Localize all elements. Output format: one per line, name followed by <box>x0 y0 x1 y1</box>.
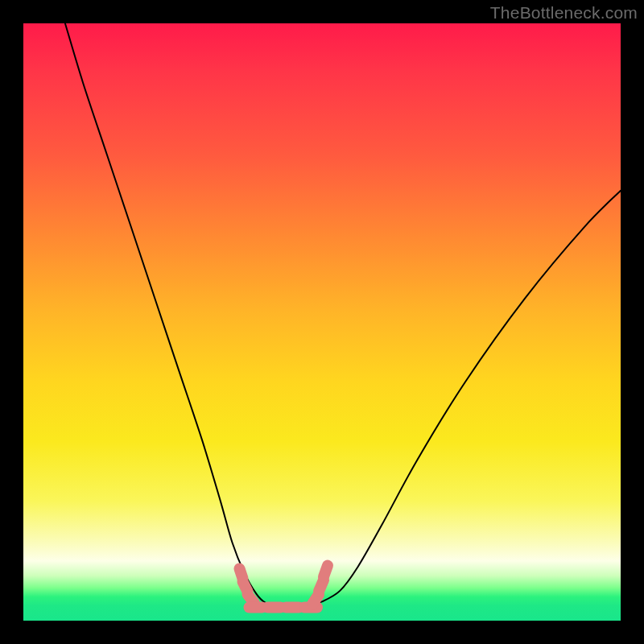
bottleneck-curve <box>65 23 621 606</box>
optimal-tick-segment <box>324 566 328 577</box>
watermark-text: TheBottleneck.com <box>490 3 638 23</box>
chart-frame: TheBottleneck.com <box>0 0 644 644</box>
optimal-tick-segment <box>248 595 254 603</box>
plot-area <box>23 23 621 621</box>
optimal-range-marker <box>240 566 328 608</box>
curve-layer <box>23 23 621 621</box>
